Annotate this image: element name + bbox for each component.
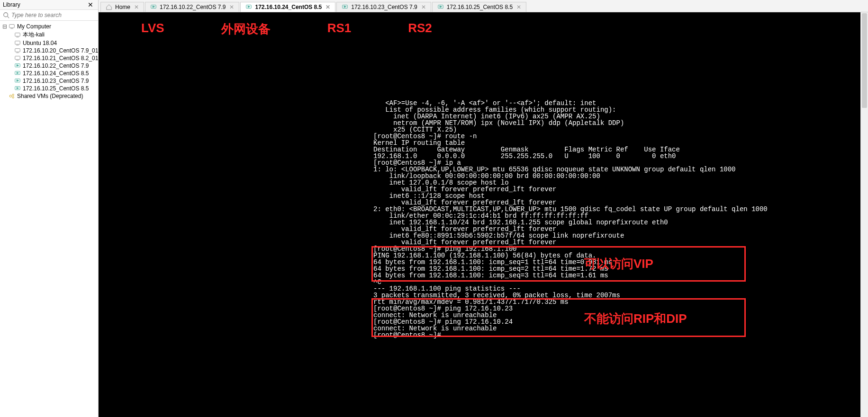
vm-label: 172.16.10.25_CentOS 8.5 [23, 85, 89, 92]
vm-label: Ubuntu 18.04 [23, 40, 57, 46]
annotation-text-rip-dip: 不能访问RIP和DIP [584, 311, 687, 327]
svg-marker-26 [248, 6, 250, 8]
vm-on-icon [14, 78, 21, 84]
svg-point-22 [12, 97, 14, 98]
vm-label: 172.16.10.21_CentOS 8.2_01_Snap [23, 55, 98, 62]
tab-close-icon[interactable]: ✕ [421, 4, 426, 10]
vm-item[interactable]: Ubuntu 18.04 [0, 39, 98, 47]
sidebar-header: Library ✕ [0, 0, 98, 10]
tree-root-my-computer[interactable]: ⊟ My Computer [0, 23, 98, 30]
svg-rect-8 [15, 49, 20, 52]
tab-label: 172.16.10.23_CentOS 7.9 [351, 4, 417, 10]
shared-icon [9, 93, 15, 99]
vm-off-icon [14, 40, 21, 46]
vm-item[interactable]: 172.16.10.23_CentOS 7.9 [0, 77, 98, 85]
column-labels: LVS 外网设备 RS1 RS2 [141, 21, 432, 37]
vm-off-icon [14, 32, 21, 38]
svg-marker-19 [17, 87, 18, 89]
label-rs2: RS2 [408, 21, 432, 37]
vm-on-icon [14, 62, 21, 69]
scrollbar-thumb[interactable] [862, 13, 867, 108]
vm-item[interactable]: 172.16.10.21_CentOS 8.2_01_Snap [0, 54, 98, 62]
tab-home[interactable]: Home ✕ [100, 2, 144, 12]
tab-label: 172.16.10.24_CentOS 8.5 [255, 4, 322, 10]
vm-label: 172.16.10.23_CentOS 7.9 [23, 78, 89, 84]
tab-label: Home [115, 4, 130, 10]
vm-on-icon [437, 4, 444, 10]
search-input[interactable] [11, 12, 95, 18]
label-rs1: RS1 [327, 21, 352, 37]
sidebar: Library ✕ ⊟ My Computer 本地-kali Ubuntu 1… [0, 0, 99, 417]
annotation-text-vip: 可以访问VIP [584, 256, 653, 272]
tab-label: 172.16.10.25_CentOS 8.5 [447, 4, 513, 10]
vm-label: 172.16.10.24_CentOS 8.5 [23, 70, 89, 77]
vm-item[interactable]: 172.16.10.24_CentOS 8.5 [0, 70, 98, 77]
tree-shared-vms[interactable]: Shared VMs (Deprecated) [0, 92, 98, 100]
vm-label: 本地-kali [23, 31, 45, 39]
vertical-scrollbar[interactable] [860, 12, 868, 417]
vm-item[interactable]: 本地-kali [0, 30, 98, 39]
vm-off-icon [14, 55, 21, 62]
tab-vm-active[interactable]: 172.16.10.24_CentOS 8.5 ✕ [240, 2, 335, 12]
svg-rect-6 [15, 41, 20, 44]
svg-marker-13 [17, 64, 18, 66]
tab-close-icon[interactable]: ✕ [134, 4, 139, 10]
tab-vm[interactable]: 172.16.10.25_CentOS 8.5 ✕ [432, 2, 526, 12]
app-root: Library ✕ ⊟ My Computer 本地-kali Ubuntu 1… [0, 0, 868, 417]
svg-rect-4 [15, 33, 20, 36]
vm-label: 172.16.10.20_CentOS 7.9_01_Snap [23, 47, 98, 54]
vm-item[interactable]: 172.16.10.20_CentOS 7.9_01_Snap [0, 47, 98, 54]
vm-label: 172.16.10.22_CentOS 7.9 [23, 62, 89, 69]
library-tree: ⊟ My Computer 本地-kali Ubuntu 18.04 172.1… [0, 21, 98, 417]
chevron-down-icon[interactable]: ⊟ [2, 23, 8, 30]
svg-rect-10 [15, 56, 20, 60]
label-lvs: LVS [141, 21, 164, 37]
tab-vm[interactable]: 172.16.10.22_CentOS 7.9 ✕ [145, 2, 239, 12]
svg-marker-24 [153, 6, 154, 8]
vm-on-icon [14, 70, 21, 77]
vm-on-icon [14, 85, 21, 92]
shared-label: Shared VMs (Deprecated) [17, 93, 83, 99]
annotation-box-vip [371, 246, 746, 282]
svg-point-21 [12, 94, 14, 96]
annotation-box-rip-dip [371, 298, 746, 337]
sidebar-close-icon[interactable]: ✕ [86, 1, 95, 9]
svg-marker-30 [440, 6, 442, 8]
svg-marker-28 [344, 6, 346, 8]
search-icon [3, 12, 9, 18]
tab-bar: Home ✕ 172.16.10.22_CentOS 7.9 ✕ 172.16.… [99, 0, 868, 12]
svg-rect-2 [9, 25, 15, 28]
main-area: Home ✕ 172.16.10.22_CentOS 7.9 ✕ 172.16.… [99, 0, 868, 417]
vm-item[interactable]: 172.16.10.25_CentOS 8.5 [0, 85, 98, 92]
tab-close-icon[interactable]: ✕ [516, 4, 521, 10]
tree-root-label: My Computer [17, 23, 51, 30]
svg-marker-15 [17, 72, 18, 74]
tab-vm[interactable]: 172.16.10.23_CentOS 7.9 ✕ [336, 2, 431, 12]
tab-label: 172.16.10.22_CentOS 7.9 [160, 4, 226, 10]
home-icon [106, 4, 112, 10]
vm-on-icon [342, 4, 348, 10]
svg-marker-17 [17, 80, 18, 81]
svg-point-0 [4, 13, 8, 17]
svg-point-20 [9, 95, 11, 97]
computer-icon [9, 23, 15, 30]
search-container [0, 10, 98, 21]
sidebar-title: Library [3, 1, 20, 8]
vm-off-icon [14, 47, 21, 54]
tab-close-icon[interactable]: ✕ [229, 4, 234, 10]
vm-on-icon [150, 4, 157, 10]
terminal-pane[interactable]: LVS 外网设备 RS1 RS2 <AF>=Use -4, -6, '-A <a… [99, 12, 868, 417]
vm-item[interactable]: 172.16.10.22_CentOS 7.9 [0, 62, 98, 70]
label-wan: 外网设备 [221, 21, 271, 37]
vm-on-icon [245, 4, 252, 10]
svg-line-1 [8, 17, 9, 18]
tab-close-icon[interactable]: ✕ [326, 4, 330, 10]
